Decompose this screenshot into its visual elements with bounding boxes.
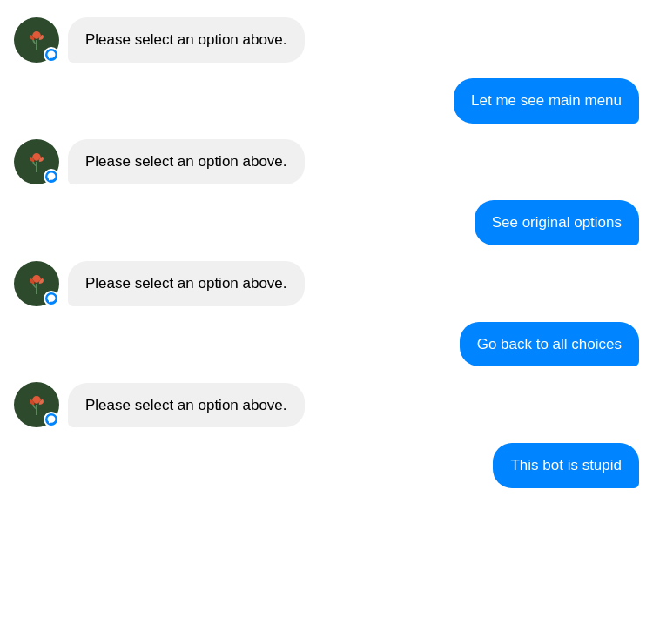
message-row-msg5: Please select an option above. [14, 261, 639, 306]
user-bubble-msg6: Go back to all choices [460, 322, 639, 367]
bot-avatar [14, 261, 59, 306]
message-row-msg2: Let me see main menu [14, 78, 639, 124]
user-bubble-msg2: Let me see main menu [454, 78, 639, 124]
message-row-msg6: Go back to all choices [14, 322, 639, 367]
chat-container: Please select an option above. Let me se… [14, 17, 639, 488]
messenger-badge [44, 291, 59, 306]
bot-bubble-msg1: Please select an option above. [68, 17, 305, 63]
message-row-msg4: See original options [14, 200, 639, 245]
bot-avatar [14, 139, 59, 184]
message-row-msg8: This bot is stupid [14, 443, 639, 488]
bot-bubble-msg3: Please select an option above. [68, 139, 305, 184]
bot-avatar [14, 382, 59, 427]
user-bubble-msg8: This bot is stupid [493, 443, 639, 488]
message-row-msg3: Please select an option above. [14, 139, 639, 184]
messenger-badge [44, 47, 59, 63]
bot-bubble-msg5: Please select an option above. [68, 261, 305, 306]
messenger-badge [44, 169, 59, 184]
bot-bubble-msg7: Please select an option above. [68, 383, 305, 428]
messenger-badge [44, 412, 59, 427]
message-row-msg7: Please select an option above. [14, 382, 639, 427]
message-row-msg1: Please select an option above. [14, 17, 639, 63]
bot-avatar [14, 17, 59, 63]
user-bubble-msg4: See original options [475, 200, 639, 245]
